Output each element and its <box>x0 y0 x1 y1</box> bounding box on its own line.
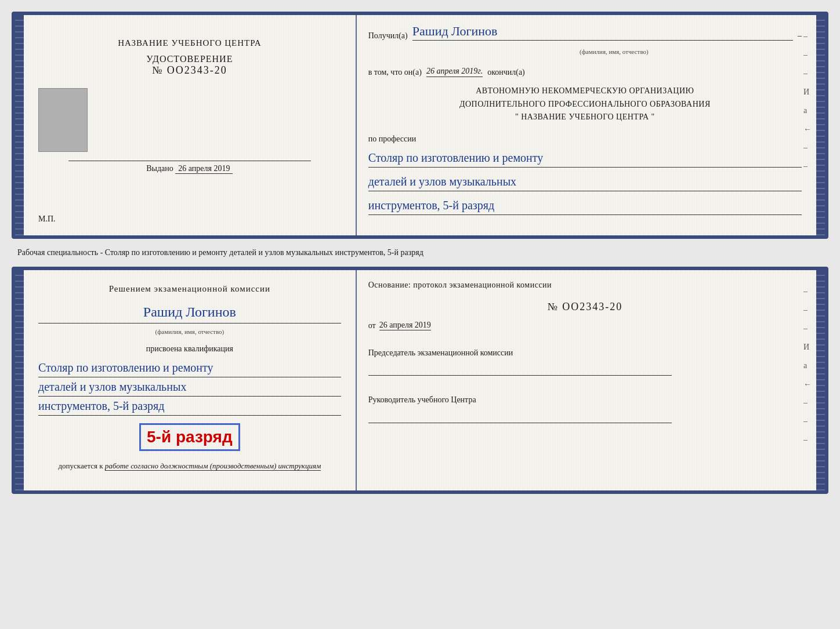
dopuskaetsya-block: допускается к работе согласно должностны… <box>58 460 321 472</box>
right-dashes: – – – И а ← – – <box>803 32 812 170</box>
recipient-name: Рашид Логинов <box>412 24 793 41</box>
top-doc-left: НАЗВАНИЕ УЧЕБНОГО ЦЕНТРА УДОСТОВЕРЕНИЕ №… <box>24 15 357 235</box>
fio-sublabel: (фамилия, имя, отчество) <box>38 328 341 335</box>
highlighted-rank-text: 5-й разряд <box>147 428 233 446</box>
ot-prefix: от <box>368 321 376 330</box>
org-line2: ДОПОЛНИТЕЛЬНОГО ПРОФЕССИОНАЛЬНОГО ОБРАЗО… <box>368 98 802 111</box>
right-stripe-top <box>816 15 825 235</box>
rukovoditel-block: Руководитель учебного Центра <box>368 394 802 424</box>
osnovanie-label: Основание: протокол экзаменационной коми… <box>368 281 552 289</box>
profession-line3: инструментов, 5-й разряд <box>368 197 802 215</box>
kvalif-line2: деталей и узлов музыкальных <box>38 379 341 397</box>
bottom-doc-left: Решением экзаменационной комиссии Рашид … <box>24 270 357 490</box>
top-document: НАЗВАНИЕ УЧЕБНОГО ЦЕНТРА УДОСТОВЕРЕНИЕ №… <box>12 12 828 239</box>
predsedatel-sig-line <box>368 364 672 376</box>
predsedatel-block: Председатель экзаменационной комиссии <box>368 347 802 377</box>
profession-line1: Столяр по изготовлению и ремонту <box>368 150 802 168</box>
recipient-dash: – <box>798 31 802 41</box>
recipient-prefix: Получил(а) <box>368 31 408 41</box>
issued-date: 26 апреля 2019 <box>175 164 233 174</box>
bottom-document: Решением экзаменационной комиссии Рашид … <box>12 267 828 494</box>
mp-label: М.П. <box>38 214 56 224</box>
dopuskaetsya-prefix: допускается к <box>58 461 103 470</box>
top-doc-right: Получил(а) Рашид Логинов – (фамилия, имя… <box>357 15 816 235</box>
udost-block: УДОСТОВЕРЕНИЕ № OO2343-20 <box>146 54 233 77</box>
photo-placeholder <box>38 88 88 152</box>
kvalif-line3: инструментов, 5-й разряд <box>38 398 341 416</box>
bottom-doc-right: Основание: протокол экзаменационной коми… <box>357 270 816 490</box>
ot-date: 26 апреля 2019 <box>379 321 431 330</box>
org-line1: АВТОНОМНУЮ НЕКОММЕРЧЕСКУЮ ОРГАНИЗАЦИЮ <box>368 85 802 97</box>
ot-line: от 26 апреля 2019 <box>368 321 802 330</box>
vtom-suffix: окончил(а) <box>487 68 525 77</box>
org-line3: " НАЗВАНИЕ УЧЕБНОГО ЦЕНТРА " <box>368 111 802 123</box>
rukovoditel-label: Руководитель учебного Центра <box>368 394 802 406</box>
protocol-number: № OO2343-20 <box>368 301 802 313</box>
center-title: НАЗВАНИЕ УЧЕБНОГО ЦЕНТРА <box>118 38 261 48</box>
vtom-date: 26 апреля 2019г. <box>426 67 483 77</box>
between-label-text: Рабочая специальность - Столяр по изгото… <box>17 248 423 257</box>
udost-number: № OO2343-20 <box>146 64 233 77</box>
kvalif-lines: Столяр по изготовлению и ремонту деталей… <box>38 358 341 416</box>
komissia-title: Решением экзаменационной комиссии <box>109 282 270 296</box>
predsedatel-label: Председатель экзаменационной комиссии <box>368 347 802 359</box>
profession-label: по профессии <box>368 134 802 144</box>
right-dashes-bottom: – – – И а ← – – – <box>803 288 812 444</box>
org-block: АВТОНОМНУЮ НЕКОММЕРЧЕСКУЮ ОРГАНИЗАЦИЮ ДО… <box>368 85 802 123</box>
issued-label: Выдано <box>146 164 173 173</box>
prisvoena-label: присвоена квалификация <box>146 344 233 354</box>
komissia-name: Рашид Логинов <box>38 303 341 323</box>
vtom-line: в том, что он(а) 26 апреля 2019г. окончи… <box>368 67 802 77</box>
left-stripe-bottom <box>15 270 24 490</box>
udost-label: УДОСТОВЕРЕНИЕ <box>146 54 233 64</box>
left-stripe-top <box>15 15 24 235</box>
osnovanie-block: Основание: протокол экзаменационной коми… <box>368 279 802 292</box>
dopuskaetsya-text: работе согласно должностным (производств… <box>105 461 321 471</box>
recipient-line: Получил(а) Рашид Логинов – <box>368 24 802 41</box>
between-label: Рабочая специальность - Столяр по изгото… <box>12 243 828 262</box>
kvalif-line1: Столяр по изготовлению и ремонту <box>38 359 341 377</box>
vtom-prefix: в том, что он(а) <box>368 68 422 77</box>
page-wrapper: НАЗВАНИЕ УЧЕБНОГО ЦЕНТРА УДОСТОВЕРЕНИЕ №… <box>6 6 834 500</box>
rukovoditel-sig-line <box>368 412 672 423</box>
profession-line2: деталей и узлов музыкальных <box>368 173 802 191</box>
issued-block: Выдано 26 апреля 2019 <box>38 164 341 177</box>
recipient-sublabel: (фамилия, имя, отчество) <box>426 48 802 55</box>
right-stripe-bottom <box>816 270 825 490</box>
highlighted-rank-box: 5-й разряд <box>139 423 240 451</box>
